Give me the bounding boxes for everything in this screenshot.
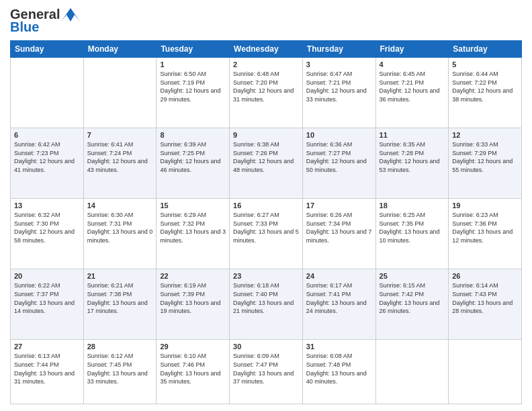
table-cell: 22Sunrise: 6:19 AMSunset: 7:39 PMDayligh… <box>157 269 230 340</box>
day-info: Sunrise: 6:45 AMSunset: 7:21 PMDaylight:… <box>380 70 445 103</box>
day-info: Sunrise: 6:12 AMSunset: 7:45 PMDaylight:… <box>87 352 153 385</box>
table-cell: 9Sunrise: 6:38 AMSunset: 7:26 PMDaylight… <box>230 128 303 199</box>
day-number: 5 <box>452 60 518 68</box>
table-cell: 8Sunrise: 6:39 AMSunset: 7:25 PMDaylight… <box>157 128 230 199</box>
day-number: 22 <box>160 272 226 280</box>
col-thursday: Thursday <box>302 41 375 58</box>
day-number: 27 <box>14 342 80 351</box>
day-number: 1 <box>160 60 226 68</box>
day-number: 20 <box>14 272 80 280</box>
day-info: Sunrise: 6:27 AMSunset: 7:33 PMDaylight:… <box>233 211 299 244</box>
day-info: Sunrise: 6:18 AMSunset: 7:40 PMDaylight:… <box>233 281 299 315</box>
day-info: Sunrise: 6:44 AMSunset: 7:22 PMDaylight:… <box>452 70 518 103</box>
table-cell: 19Sunrise: 6:23 AMSunset: 7:36 PMDayligh… <box>449 199 522 269</box>
day-info: Sunrise: 6:13 AMSunset: 7:44 PMDaylight:… <box>14 352 80 385</box>
day-info: Sunrise: 6:41 AMSunset: 7:24 PMDaylight:… <box>87 140 153 174</box>
col-saturday: Saturday <box>449 41 522 58</box>
col-monday: Monday <box>83 41 157 58</box>
col-sunday: Sunday <box>11 41 84 58</box>
day-number: 15 <box>160 201 226 210</box>
logo-icon <box>61 8 80 21</box>
table-cell: 14Sunrise: 6:30 AMSunset: 7:31 PMDayligh… <box>83 199 157 269</box>
page: General Blue Sunday Monday Tuesday Wedne… <box>0 0 532 411</box>
table-cell: 11Sunrise: 6:35 AMSunset: 7:28 PMDayligh… <box>375 128 449 199</box>
table-cell: 24Sunrise: 6:17 AMSunset: 7:41 PMDayligh… <box>302 269 375 340</box>
day-info: Sunrise: 6:23 AMSunset: 7:36 PMDaylight:… <box>452 211 518 244</box>
day-number: 16 <box>233 201 299 210</box>
day-number: 13 <box>14 201 80 210</box>
day-number: 14 <box>87 201 153 210</box>
day-info: Sunrise: 6:42 AMSunset: 7:23 PMDaylight:… <box>14 140 80 174</box>
table-cell: 2Sunrise: 6:48 AMSunset: 7:20 PMDaylight… <box>230 58 303 128</box>
day-info: Sunrise: 6:39 AMSunset: 7:25 PMDaylight:… <box>160 140 226 174</box>
table-cell: 30Sunrise: 6:09 AMSunset: 7:47 PMDayligh… <box>230 340 303 404</box>
calendar-header-row: Sunday Monday Tuesday Wednesday Thursday… <box>11 41 522 58</box>
day-info: Sunrise: 6:21 AMSunset: 7:38 PMDaylight:… <box>87 281 153 315</box>
day-number: 26 <box>452 272 518 280</box>
table-cell: 12Sunrise: 6:33 AMSunset: 7:29 PMDayligh… <box>449 128 522 199</box>
day-number: 18 <box>380 201 445 210</box>
table-cell: 7Sunrise: 6:41 AMSunset: 7:24 PMDaylight… <box>83 128 157 199</box>
table-cell: 6Sunrise: 6:42 AMSunset: 7:23 PMDaylight… <box>11 128 84 199</box>
day-number: 11 <box>380 131 445 139</box>
day-info: Sunrise: 6:38 AMSunset: 7:26 PMDaylight:… <box>233 140 299 174</box>
day-info: Sunrise: 6:17 AMSunset: 7:41 PMDaylight:… <box>306 281 372 315</box>
col-tuesday: Tuesday <box>157 41 230 58</box>
day-number: 2 <box>233 60 299 68</box>
day-number: 12 <box>452 131 518 139</box>
table-cell: 4Sunrise: 6:45 AMSunset: 7:21 PMDaylight… <box>375 58 449 128</box>
col-friday: Friday <box>375 41 449 58</box>
day-number: 9 <box>233 131 299 139</box>
table-cell: 16Sunrise: 6:27 AMSunset: 7:33 PMDayligh… <box>230 199 303 269</box>
day-info: Sunrise: 6:35 AMSunset: 7:28 PMDaylight:… <box>380 140 445 174</box>
table-cell <box>83 58 157 128</box>
table-cell <box>375 340 449 404</box>
logo: General Blue <box>10 7 80 35</box>
day-number: 17 <box>306 201 372 210</box>
table-cell <box>11 58 84 128</box>
table-cell: 28Sunrise: 6:12 AMSunset: 7:45 PMDayligh… <box>83 340 157 404</box>
day-info: Sunrise: 6:32 AMSunset: 7:30 PMDaylight:… <box>14 211 80 244</box>
day-info: Sunrise: 6:25 AMSunset: 7:35 PMDaylight:… <box>380 211 445 244</box>
day-info: Sunrise: 6:30 AMSunset: 7:31 PMDaylight:… <box>87 211 153 244</box>
table-cell: 20Sunrise: 6:22 AMSunset: 7:37 PMDayligh… <box>11 269 84 340</box>
table-cell: 29Sunrise: 6:10 AMSunset: 7:46 PMDayligh… <box>157 340 230 404</box>
table-cell: 1Sunrise: 6:50 AMSunset: 7:19 PMDaylight… <box>157 58 230 128</box>
table-cell: 5Sunrise: 6:44 AMSunset: 7:22 PMDaylight… <box>449 58 522 128</box>
day-info: Sunrise: 6:33 AMSunset: 7:29 PMDaylight:… <box>452 140 518 174</box>
day-info: Sunrise: 6:50 AMSunset: 7:19 PMDaylight:… <box>160 70 226 103</box>
table-cell: 21Sunrise: 6:21 AMSunset: 7:38 PMDayligh… <box>83 269 157 340</box>
day-info: Sunrise: 6:48 AMSunset: 7:20 PMDaylight:… <box>233 70 299 103</box>
header: General Blue <box>10 7 522 35</box>
svg-marker-0 <box>61 8 80 21</box>
day-info: Sunrise: 6:36 AMSunset: 7:27 PMDaylight:… <box>306 140 372 174</box>
table-cell: 13Sunrise: 6:32 AMSunset: 7:30 PMDayligh… <box>11 199 84 269</box>
calendar-week-row: 1Sunrise: 6:50 AMSunset: 7:19 PMDaylight… <box>11 58 522 128</box>
table-cell <box>449 340 522 404</box>
day-number: 30 <box>233 342 299 351</box>
table-cell: 25Sunrise: 6:15 AMSunset: 7:42 PMDayligh… <box>375 269 449 340</box>
day-info: Sunrise: 6:08 AMSunset: 7:48 PMDaylight:… <box>306 352 372 385</box>
day-number: 6 <box>14 131 80 139</box>
day-number: 21 <box>87 272 153 280</box>
table-cell: 17Sunrise: 6:26 AMSunset: 7:34 PMDayligh… <box>302 199 375 269</box>
day-number: 25 <box>380 272 445 280</box>
day-info: Sunrise: 6:19 AMSunset: 7:39 PMDaylight:… <box>160 281 226 315</box>
table-cell: 27Sunrise: 6:13 AMSunset: 7:44 PMDayligh… <box>11 340 84 404</box>
day-number: 23 <box>233 272 299 280</box>
day-number: 4 <box>380 60 445 68</box>
day-number: 8 <box>160 131 226 139</box>
day-info: Sunrise: 6:22 AMSunset: 7:37 PMDaylight:… <box>14 281 80 315</box>
logo-blue: Blue <box>10 19 39 35</box>
day-info: Sunrise: 6:15 AMSunset: 7:42 PMDaylight:… <box>380 281 445 315</box>
table-cell: 18Sunrise: 6:25 AMSunset: 7:35 PMDayligh… <box>375 199 449 269</box>
calendar-table: Sunday Monday Tuesday Wednesday Thursday… <box>10 40 522 404</box>
calendar-week-row: 6Sunrise: 6:42 AMSunset: 7:23 PMDaylight… <box>11 128 522 199</box>
day-info: Sunrise: 6:14 AMSunset: 7:43 PMDaylight:… <box>452 281 518 315</box>
col-wednesday: Wednesday <box>230 41 303 58</box>
table-cell: 15Sunrise: 6:29 AMSunset: 7:32 PMDayligh… <box>157 199 230 269</box>
day-info: Sunrise: 6:26 AMSunset: 7:34 PMDaylight:… <box>306 211 372 244</box>
day-number: 29 <box>160 342 226 351</box>
table-cell: 3Sunrise: 6:47 AMSunset: 7:21 PMDaylight… <box>302 58 375 128</box>
day-number: 19 <box>452 201 518 210</box>
